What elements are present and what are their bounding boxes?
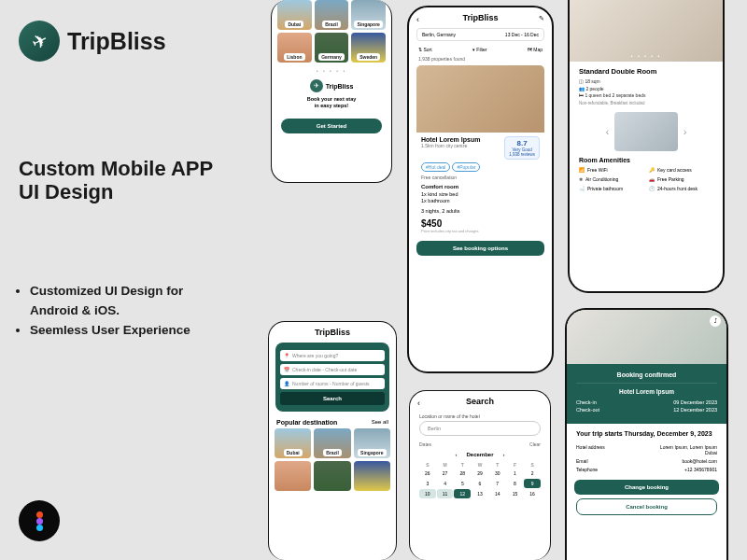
calendar-day[interactable]: 5 [454,479,471,488]
hotel-image[interactable] [416,65,544,133]
amenities-grid: 📶 Free WiFi 🔑 Key card access ❄ Air Cond… [579,167,713,191]
dest-tile[interactable]: Brazil [315,0,349,30]
search-form: 📍 Where are you going? 📅 Check-in date -… [275,343,389,412]
price: $450 [421,218,540,229]
dest-tile[interactable]: Singapore [351,0,386,30]
brand-name: TripBliss [67,28,166,55]
calendar-day[interactable]: 2 [524,469,541,478]
calendar-day[interactable]: 9 [524,479,541,488]
dest-tile[interactable]: Dubai [277,0,312,30]
calendar-day[interactable]: 14 [489,489,506,498]
dest-tile[interactable] [314,461,350,491]
calendar-day[interactable]: 26 [419,469,436,478]
filter-button[interactable]: ▾ Filter [472,47,487,52]
calendar-day[interactable]: 15 [507,489,524,498]
calendar-day[interactable]: 1 [507,469,524,478]
dest-tile[interactable] [354,461,390,491]
clear-link[interactable]: Clear [529,441,541,447]
back-icon[interactable]: ‹ [417,399,420,408]
room-title: Standard Double Room [579,67,713,76]
plane-icon: ✈ [27,28,51,55]
dest-tile[interactable]: Sweden [351,33,386,63]
dest-tile[interactable]: Singapore [354,428,390,458]
score-badge: 8.7 Very Good 1,938 reviews [504,136,540,160]
see-all-link[interactable]: See all [372,419,388,426]
headline: Custom Mobile APPUI Design [19,157,213,204]
calendar-day[interactable]: 28 [454,469,471,478]
location-input[interactable]: Berlin [419,421,541,436]
screen-listing: ‹ ✎ TripBliss Berlin, Germany13 Dec - 16… [407,6,554,373]
search-button[interactable]: Search [280,392,385,405]
result-count: 1,938 properties found [409,54,552,63]
calendar-day[interactable]: 12 [454,489,471,498]
dest-tile[interactable] [275,461,311,491]
tag[interactable]: #Popular [452,162,480,172]
search-summary[interactable]: Berlin, Germany13 Dec - 16 Dec [416,28,544,41]
edit-icon[interactable]: ✎ [539,15,544,22]
next-icon[interactable]: › [684,127,686,137]
calendar-grid: SMTWTFS262728293012345678910111213141516 [410,460,550,500]
guests-input[interactable]: 👤 Number of rooms - Number of guests [280,378,385,389]
dest-tile[interactable]: Dubai [275,428,311,458]
see-options-button[interactable]: See booking options [416,241,544,256]
calendar-day[interactable]: 29 [472,469,488,478]
tag[interactable]: #Hot deal [421,162,450,172]
back-icon[interactable]: ‹ [416,15,419,24]
page-dots: • • • • • [272,68,391,74]
screen-onboarding: Dubai Brazil Singapore Lisbon Germany Sw… [271,0,392,183]
location-input[interactable]: 📍 Where are you going? [280,350,385,361]
calendar-day[interactable]: 16 [524,489,541,498]
cancel-booking-button[interactable]: Cancel booking [576,498,717,515]
screen-confirmation: ⤴ Booking confirmed Hotel Lorem Ipsum Ch… [565,308,728,560]
brand-logo: ✈ TripBliss [19,21,166,62]
calendar-day[interactable]: 27 [437,469,454,478]
figma-icon [19,500,60,541]
hotel-name[interactable]: Hotel Lorem Ipsum [421,136,480,143]
prev-month-icon[interactable]: ‹ [455,452,457,457]
map-button[interactable]: 🗺 Map [528,47,543,52]
dest-tile[interactable]: Lisbon [277,33,312,63]
feature-list: Customized UI Design forAndroid & iOS. S… [17,282,190,341]
change-booking-button[interactable]: Change booking [574,480,719,495]
screen-search: TripBliss 📍 Where are you going? 📅 Check… [268,321,397,560]
room-thumb[interactable] [614,112,678,151]
next-month-icon[interactable]: › [503,452,505,457]
dates-input[interactable]: 📅 Check-in date - Check-out date [280,364,385,375]
calendar-day[interactable]: 4 [437,479,454,488]
calendar-day[interactable]: 3 [419,479,436,488]
sort-button[interactable]: ⇅ Sort [418,47,432,52]
calendar-day[interactable]: 6 [472,479,488,488]
dest-tile[interactable]: Germany [315,33,349,63]
screen-room-details: • • • • • Standard Double Room ◫ 18 sqm👥… [568,0,725,293]
share-icon[interactable]: ⤴ [710,315,721,327]
calendar-day[interactable]: 7 [489,479,506,488]
dest-tile[interactable]: Brazil [314,428,350,458]
prev-icon[interactable]: ‹ [606,127,609,137]
calendar-day[interactable]: 11 [437,489,454,498]
page-title: TripBliss [409,7,552,26]
confirm-hero-image: ⤴ [567,310,726,364]
calendar-day[interactable]: 30 [489,469,506,478]
screen-calendar: ‹ Search Location or name of the hotel B… [409,390,551,560]
room-hero-image[interactable]: • • • • • [570,0,723,62]
calendar-day[interactable]: 13 [472,489,488,498]
calendar-day[interactable]: 10 [419,489,436,498]
calendar-day[interactable]: 8 [507,479,524,488]
get-started-button[interactable]: Get Started [281,119,382,133]
